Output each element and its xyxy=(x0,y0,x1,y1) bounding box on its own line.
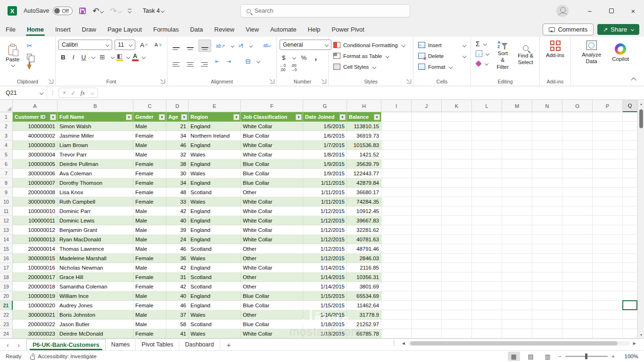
row-header-2[interactable]: 2 xyxy=(0,122,13,131)
analyze-data-button[interactable]: Analyze Data xyxy=(574,40,609,66)
cell-H14[interactable]: 40781.63 xyxy=(347,235,381,244)
cell-A15[interactable]: 200000014 xyxy=(13,244,58,254)
cell-O18[interactable] xyxy=(562,272,593,282)
cell-I6[interactable] xyxy=(381,159,412,169)
cell-K20[interactable] xyxy=(442,291,472,301)
column-header-O[interactable]: O xyxy=(562,100,593,112)
cell-J17[interactable] xyxy=(412,263,442,272)
cell-O17[interactable] xyxy=(562,263,593,272)
comments-button[interactable]: Comments xyxy=(543,24,594,35)
cell-M17[interactable] xyxy=(502,263,532,272)
cell-E9[interactable]: Scotland xyxy=(189,188,241,197)
accessibility-checker[interactable]: Accessibility: Investigate xyxy=(30,354,97,360)
cell-I20[interactable] xyxy=(381,291,412,301)
table-header-balance[interactable]: Balance▼ xyxy=(347,112,381,122)
cell-J1[interactable] xyxy=(412,112,442,122)
copilot-button[interactable]: Copilot xyxy=(609,40,632,66)
table-header-job-classification[interactable]: Job Classification▼ xyxy=(241,112,303,122)
cell-K17[interactable] xyxy=(442,263,472,272)
italic-button[interactable]: I xyxy=(70,53,77,61)
cell-O7[interactable] xyxy=(562,169,593,178)
cell-Q22[interactable] xyxy=(623,310,637,320)
cell-F3[interactable]: Blue Collar xyxy=(241,131,303,140)
cell-G10[interactable]: 1/11/2015 xyxy=(303,197,347,206)
cell-L1[interactable] xyxy=(472,112,502,122)
cell-L18[interactable] xyxy=(472,272,502,282)
cell-D12[interactable]: 40 xyxy=(166,216,189,225)
cell-A13[interactable]: 100000012 xyxy=(13,225,58,235)
cell-B4[interactable]: Liam Brown xyxy=(58,140,133,150)
cell-P20[interactable] xyxy=(593,291,623,301)
cell-O24[interactable] xyxy=(562,329,593,338)
cell-Q11[interactable] xyxy=(623,206,637,216)
cell-D15[interactable]: 46 xyxy=(166,244,189,254)
cell-K19[interactable] xyxy=(442,282,472,291)
tab-review[interactable]: Review xyxy=(209,23,240,36)
cell-A20[interactable]: 100000019 xyxy=(13,291,58,301)
tab-automate[interactable]: Automate xyxy=(264,23,302,36)
cell-A9[interactable]: 200000008 xyxy=(13,188,58,197)
cell-O13[interactable] xyxy=(562,225,593,235)
cell-B24[interactable]: Deirdre McDonald xyxy=(58,329,133,338)
cell-N6[interactable] xyxy=(532,159,562,169)
cell-Q23[interactable] xyxy=(623,320,637,329)
number-dialog-launcher[interactable] xyxy=(322,79,326,83)
cell-H24[interactable]: 66785.78 xyxy=(347,329,381,338)
filter-dropdown-icon[interactable]: ▼ xyxy=(159,114,165,120)
cell-E22[interactable]: Wales xyxy=(189,310,241,320)
cell-B23[interactable]: Jason Butler xyxy=(58,320,133,329)
tab-data[interactable]: Data xyxy=(184,23,208,36)
cell-P12[interactable] xyxy=(593,216,623,225)
cell-G5[interactable]: 1/8/2015 xyxy=(303,150,347,159)
cell-C15[interactable]: Male xyxy=(133,244,166,254)
cell-L16[interactable] xyxy=(472,254,502,263)
increase-indent-icon[interactable]: ⇥ xyxy=(224,58,233,65)
cell-H10[interactable]: 74284.35 xyxy=(347,197,381,206)
cell-M22[interactable] xyxy=(502,310,532,320)
table-header-age[interactable]: Age▼ xyxy=(166,112,189,122)
minimize-button[interactable]: − xyxy=(579,0,601,22)
cell-I3[interactable] xyxy=(381,131,412,140)
cell-B2[interactable]: Simon Walsh xyxy=(58,122,133,131)
column-header-Q[interactable]: Q xyxy=(623,100,637,112)
cell-O4[interactable] xyxy=(562,140,593,150)
clipboard-dialog-launcher[interactable] xyxy=(49,79,53,83)
align-bottom-icon[interactable] xyxy=(198,40,211,52)
format-as-table-button[interactable]: Format as Table xyxy=(331,50,410,61)
autosave-toggle[interactable]: Off xyxy=(53,7,73,15)
cell-N1[interactable] xyxy=(532,112,562,122)
cell-J2[interactable] xyxy=(412,122,442,131)
insert-function-icon[interactable]: fx xyxy=(81,90,85,97)
cell-H16[interactable]: 2846.03 xyxy=(347,254,381,263)
zoom-slider[interactable] xyxy=(565,356,608,357)
orientation-icon[interactable]: ab↗ xyxy=(214,43,228,49)
cell-I13[interactable] xyxy=(381,225,412,235)
cell-D5[interactable]: 32 xyxy=(166,150,189,159)
sheet-tab-dashboard[interactable]: Dashboard xyxy=(179,339,220,350)
cell-N11[interactable] xyxy=(532,206,562,216)
selected-cell-q21[interactable] xyxy=(622,300,637,310)
font-size-select[interactable]: 11 xyxy=(115,40,135,50)
cell-P9[interactable] xyxy=(593,188,623,197)
cell-L12[interactable] xyxy=(472,216,502,225)
cell-A21[interactable]: 100000020 xyxy=(13,301,58,310)
cell-K16[interactable] xyxy=(442,254,472,263)
cell-P19[interactable] xyxy=(593,282,623,291)
cell-F21[interactable]: Blue Collar xyxy=(241,301,303,310)
cell-N5[interactable] xyxy=(532,150,562,159)
cell-D23[interactable]: 58 xyxy=(166,320,189,329)
cell-F9[interactable]: Other xyxy=(241,188,303,197)
cell-G21[interactable]: 1/15/2015 xyxy=(303,301,347,310)
row-header-1[interactable]: 1 xyxy=(0,112,13,122)
cell-G24[interactable]: 1/18/2015 xyxy=(303,329,347,338)
enter-formula-icon[interactable]: ✓ xyxy=(71,90,75,97)
cell-F4[interactable]: White Collar xyxy=(241,140,303,150)
cell-C2[interactable]: Male xyxy=(133,122,166,131)
cell-L19[interactable] xyxy=(472,282,502,291)
cell-G17[interactable]: 1/14/2015 xyxy=(303,263,347,272)
cell-N24[interactable] xyxy=(532,329,562,338)
cell-E5[interactable]: Wales xyxy=(189,150,241,159)
cell-K18[interactable] xyxy=(442,272,472,282)
cell-P14[interactable] xyxy=(593,235,623,244)
cell-P6[interactable] xyxy=(593,159,623,169)
